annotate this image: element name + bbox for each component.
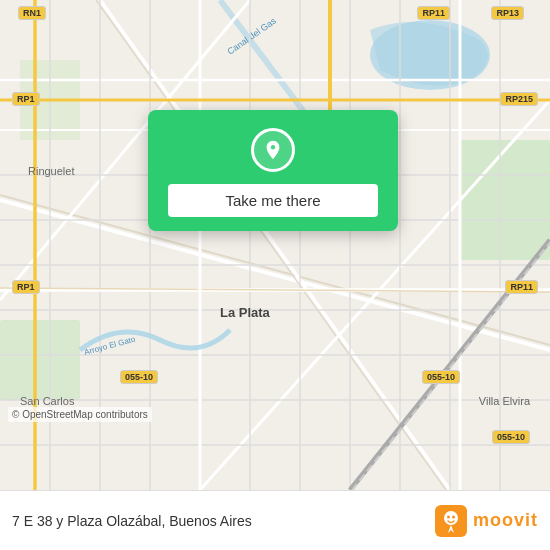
- osm-attribution: © OpenStreetMap contributors: [8, 407, 152, 422]
- map-container: Canal del Gas: [0, 0, 550, 490]
- pin-svg: [262, 139, 284, 161]
- neighborhood-label-villaelvira: Villa Elvira: [479, 395, 530, 407]
- svg-text:Arroyo El Gato: Arroyo El Gato: [83, 335, 137, 357]
- svg-rect-2: [0, 320, 80, 400]
- road-badge-rp215: RP215: [500, 92, 538, 106]
- moovit-logo: moovit: [435, 505, 538, 537]
- location-pin-icon: [251, 128, 295, 172]
- road-badge-rp11-mid: RP11: [505, 280, 538, 294]
- svg-rect-1: [460, 140, 550, 260]
- road-badge-055-10-right: 055-10: [422, 370, 460, 384]
- svg-point-46: [452, 515, 455, 518]
- moovit-icon-svg: [435, 505, 467, 537]
- action-card: Take me there: [148, 110, 398, 231]
- moovit-text: moovit: [473, 510, 538, 531]
- road-badge-rp13: RP13: [491, 6, 524, 20]
- neighborhood-label-ringuelet: Ringuelet: [28, 165, 74, 177]
- road-badge-055-10-bottom: 055-10: [492, 430, 530, 444]
- road-badge-055-10-left: 055-10: [120, 370, 158, 384]
- take-me-there-button[interactable]: Take me there: [168, 184, 378, 217]
- road-badge-rp1: RP1: [12, 92, 40, 106]
- road-badge-rp1-mid: RP1: [12, 280, 40, 294]
- bottom-bar: 7 E 38 y Plaza Olazábal, Buenos Aires mo…: [0, 490, 550, 550]
- road-badge-rn1: RN1: [18, 6, 46, 20]
- road-badge-rp11-top: RP11: [417, 6, 450, 20]
- svg-point-45: [447, 515, 450, 518]
- address-text: 7 E 38 y Plaza Olazábal, Buenos Aires: [12, 513, 252, 529]
- neighborhood-label-sancarlos: San Carlos: [20, 395, 74, 407]
- city-label-laplata: La Plata: [220, 305, 270, 320]
